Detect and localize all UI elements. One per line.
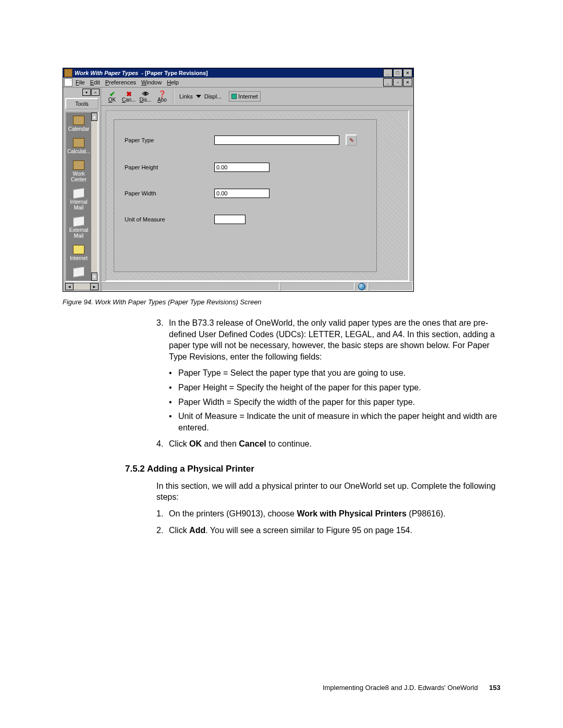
sidebar-collapse-button[interactable]: ▾: [82, 89, 91, 96]
menu-window[interactable]: Window: [141, 79, 162, 85]
more-icon: [73, 266, 84, 277]
sidebar-item-label: Internet: [70, 255, 88, 261]
list-text: Click OK and then Cancel to continue.: [169, 438, 312, 450]
titlebar: Work With Paper Types - [Paper Type Revi…: [63, 68, 413, 78]
bullet-text: Paper Width = Specify the width of the p…: [178, 397, 415, 408]
sidebar-close-button[interactable]: ×: [91, 89, 100, 96]
toolbar: ✔ OK ✖ Can... 👁 Dis... ❓ Abo: [101, 88, 413, 106]
bullet-text: Unit of Measure = Indicate the unit of m…: [178, 411, 500, 433]
external-mail-icon: [73, 216, 84, 227]
input-unit[interactable]: [214, 215, 246, 224]
sidebar-item-calculator[interactable]: Calculat...: [66, 135, 91, 157]
list-number: 2.: [156, 525, 169, 536]
list-text: In the B73.3 release of OneWorld, the on…: [169, 317, 500, 362]
calendar-icon: [73, 116, 84, 125]
sidebar-tools-button[interactable]: Tools: [65, 98, 99, 109]
mdi-close-button[interactable]: ×: [403, 78, 412, 87]
internet-icon: [73, 245, 84, 254]
sidebar-item-work-center[interactable]: Work Center: [66, 157, 91, 186]
list-text: Click Add. You will see a screen similar…: [169, 525, 412, 536]
window-title-sub: - [Paper Type Revisions]: [141, 70, 208, 76]
about-button[interactable]: ❓ Abo: [154, 90, 170, 103]
sidebar-item-label: External Mail: [69, 227, 89, 239]
status-cell-1: [102, 282, 279, 291]
page-footer: Implementing Oracle8 and J.D. Edwards' O…: [63, 684, 500, 692]
lookup-button[interactable]: ✎: [346, 134, 357, 146]
menu-file[interactable]: File: [76, 79, 85, 85]
display-icon: 👁: [138, 90, 153, 97]
list-number: 1.: [156, 508, 169, 520]
display-button[interactable]: 👁 Dis...: [138, 90, 153, 103]
label-paper-height: Paper Height: [125, 164, 208, 170]
menu-preferences[interactable]: Preferences: [105, 79, 136, 85]
menu-help[interactable]: Help: [167, 79, 179, 85]
mdi-restore-button[interactable]: ▫: [393, 78, 402, 87]
menu-edit[interactable]: Edit: [90, 79, 100, 85]
mdi-minimize-button[interactable]: _: [383, 78, 393, 87]
sidebar-item-more[interactable]: [66, 264, 91, 281]
page-number: 153: [489, 684, 500, 692]
sidebar-item-label: Calculat...: [67, 149, 90, 154]
app-body: ▾ × Tools Calendar Calculat...: [63, 88, 413, 291]
ok-button[interactable]: ✔ OK: [104, 90, 120, 103]
list-number: 3.: [156, 317, 169, 362]
bullet-text: Paper Height = Specify the height of the…: [178, 382, 421, 393]
window-title-main: Work With Paper Types: [75, 70, 138, 76]
sidebar-item-internet[interactable]: Internet: [66, 242, 91, 264]
links-dropdown-icon[interactable]: [196, 95, 201, 98]
status-cell-3: [369, 282, 413, 291]
page: Work With Paper Types - [Paper Type Revi…: [0, 0, 563, 728]
row-paper-height: Paper Height: [114, 154, 376, 180]
bullet-paper-height: • Paper Height = Specify the height of t…: [169, 382, 500, 393]
scroll-left-icon[interactable]: ◄: [65, 283, 74, 290]
sidebar-item-calendar[interactable]: Calendar: [66, 113, 91, 135]
cancel-button[interactable]: ✖ Can...: [121, 90, 137, 103]
main-area: ✔ OK ✖ Can... 👁 Dis... ❓ Abo: [101, 88, 413, 291]
scroll-track[interactable]: [91, 121, 97, 273]
status-cell-2: [280, 282, 354, 291]
sidebar: ▾ × Tools Calendar Calculat...: [63, 88, 101, 291]
label-unit: Unit of Measure: [125, 216, 208, 223]
about-icon: ❓: [154, 90, 170, 97]
scroll-right-icon[interactable]: ►: [90, 283, 99, 290]
scroll-down-icon[interactable]: ▼: [91, 273, 97, 281]
scroll-htrack[interactable]: [74, 283, 90, 290]
row-paper-width: Paper Width: [114, 180, 376, 206]
list-item-3: 3. In the B73.3 release of OneWorld, the…: [156, 317, 500, 362]
bullet-text: Paper Type = Select the paper type that …: [178, 367, 406, 379]
sidebar-head: ▾ ×: [63, 88, 101, 97]
x-icon: ✖: [121, 90, 137, 97]
section-paragraph: In this section, we will add a physical …: [156, 480, 500, 503]
sidebar-hscroll[interactable]: ◄ ►: [65, 283, 99, 290]
label-paper-width: Paper Width: [125, 190, 208, 196]
list-text: On the printers (GH9013), choose Work wi…: [169, 508, 446, 520]
sidebar-vscroll[interactable]: ▲ ▼: [91, 113, 97, 281]
document-icon[interactable]: [64, 78, 72, 87]
check-icon: ✔: [104, 90, 120, 97]
sidebar-item-internal-mail[interactable]: Internal Mail: [66, 186, 91, 214]
list-item-4: 4. Click OK and then Cancel to continue.: [156, 438, 500, 450]
bullet-unit: • Unit of Measure = Indicate the unit of…: [169, 411, 500, 433]
input-paper-width[interactable]: [214, 189, 270, 198]
sidebar-item-label: Internal Mail: [70, 199, 87, 211]
scroll-up-icon[interactable]: ▲: [91, 113, 97, 121]
status-globe: [356, 282, 368, 291]
internal-mail-icon: [73, 188, 84, 199]
maximize-button[interactable]: □: [393, 69, 402, 77]
displ-link[interactable]: Displ...: [204, 93, 222, 100]
sidebar-item-external-mail[interactable]: External Mail: [66, 214, 91, 242]
work-center-icon: [73, 161, 84, 170]
label-paper-type: Paper Type: [125, 137, 208, 143]
sec-item-1: 1. On the printers (GH9013), choose Work…: [156, 508, 500, 520]
links-label: Links: [179, 93, 193, 100]
section-heading: 7.5.2 Adding a Physical Printer: [125, 463, 500, 475]
internet-button[interactable]: Internet: [229, 91, 260, 102]
row-paper-type: Paper Type ✎: [114, 120, 376, 154]
bullet-paper-type: • Paper Type = Select the paper type tha…: [169, 367, 500, 379]
divider: [173, 89, 174, 104]
input-paper-height[interactable]: [214, 163, 270, 172]
minimize-button[interactable]: _: [383, 69, 393, 77]
input-paper-type[interactable]: [214, 135, 339, 145]
close-button[interactable]: ×: [403, 69, 412, 77]
statusbar: [101, 281, 413, 291]
